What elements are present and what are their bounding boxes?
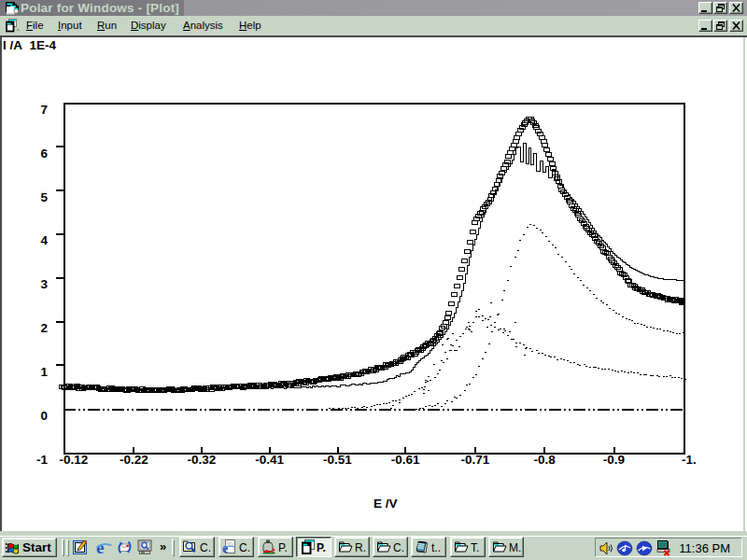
svg-text:-1: -1 — [36, 453, 48, 467]
svg-text:3: 3 — [40, 277, 48, 291]
svg-text:I /A 1E-4: I /A 1E-4 — [3, 38, 57, 52]
svg-text:4: 4 — [40, 233, 48, 247]
svg-text:-0.51: -0.51 — [323, 453, 352, 467]
svg-text:5: 5 — [40, 190, 48, 204]
svg-text:-0.41: -0.41 — [255, 453, 284, 467]
svg-text:E /V: E /V — [374, 497, 398, 511]
svg-text:7: 7 — [40, 103, 48, 117]
svg-text:-0.61: -0.61 — [391, 453, 420, 467]
svg-text:-0.32: -0.32 — [188, 453, 217, 467]
svg-text:-0.12: -0.12 — [60, 453, 89, 467]
svg-text:-1.: -1. — [682, 453, 697, 467]
svg-text:-0.22: -0.22 — [120, 453, 148, 467]
svg-text:1: 1 — [40, 365, 48, 379]
svg-text:6: 6 — [40, 147, 48, 161]
svg-text:-0.71: -0.71 — [461, 453, 490, 467]
svg-text:2: 2 — [40, 321, 48, 335]
svg-text:-0.9: -0.9 — [603, 453, 625, 467]
svg-text:-0.8: -0.8 — [534, 453, 557, 467]
svg-text:0: 0 — [40, 409, 48, 423]
